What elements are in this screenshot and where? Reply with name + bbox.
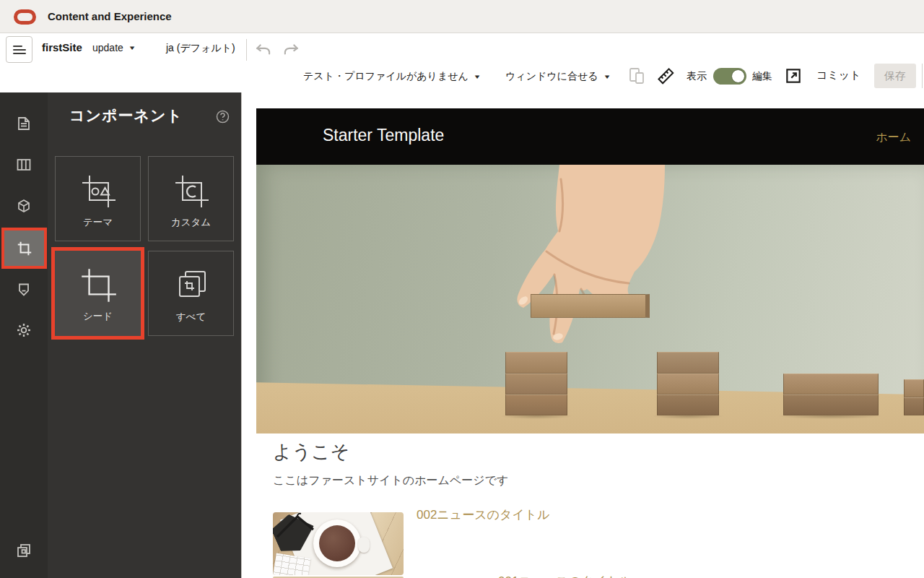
- hamburger-icon: [13, 45, 26, 55]
- tile-label: テーマ: [83, 216, 113, 229]
- edit-mode-toggle[interactable]: [713, 68, 746, 85]
- site-name: firstSite: [42, 41, 82, 53]
- sidebar-item-assets[interactable]: [0, 189, 48, 223]
- component-tile-seeded-selected[interactable]: シード: [51, 247, 144, 340]
- mug-handle-shape: [358, 537, 370, 553]
- sidebar-item-sections[interactable]: [0, 147, 48, 182]
- tile-label: すべて: [176, 311, 206, 324]
- view-toggle-label: 表示: [687, 70, 707, 83]
- component-tile-theme[interactable]: テーマ: [55, 156, 141, 241]
- undo-button[interactable]: [254, 40, 273, 59]
- sidebar-item-settings[interactable]: [0, 313, 48, 348]
- chevron-down-icon: ▼: [128, 45, 136, 51]
- wood-stack-1: [505, 352, 567, 415]
- component-tile-all[interactable]: すべて: [148, 251, 234, 336]
- divider: [246, 39, 247, 61]
- tile-label: カスタム: [171, 216, 211, 229]
- news-item-link[interactable]: 002ニュースのタイトル: [417, 506, 550, 523]
- device-preview-button[interactable]: [627, 66, 646, 85]
- devices-icon: [627, 66, 646, 85]
- assets-cube-icon: [15, 197, 32, 215]
- site-preview-title: Starter Template: [323, 126, 444, 145]
- coffee-mug-shape: [313, 519, 361, 567]
- switch-windows-icon: [14, 541, 33, 560]
- pages-icon: [15, 115, 32, 132]
- oracle-logo-icon: [14, 9, 36, 25]
- commit-button[interactable]: コミット: [816, 69, 860, 82]
- redo-button[interactable]: [282, 40, 300, 59]
- sidebar-item-pages[interactable]: [0, 106, 48, 141]
- all-components-icon: [171, 264, 212, 308]
- theme-tag-icon: [15, 281, 32, 298]
- ruler-icon: [656, 66, 675, 85]
- editor-sidebar: [0, 92, 48, 578]
- app-title: Content and Experience: [48, 0, 172, 33]
- test-profile-dropdown[interactable]: テスト・プロファイルがありません ▼: [303, 70, 480, 83]
- help-icon[interactable]: [216, 110, 230, 124]
- site-preview-header: Starter Template ホーム: [256, 108, 924, 165]
- edit-toggle-label: 編集: [752, 70, 772, 83]
- wood-stack-4: [904, 379, 924, 415]
- hanger-icon: [273, 512, 316, 541]
- chevron-down-icon: ▼: [603, 74, 611, 80]
- coffee-surface: [319, 525, 355, 561]
- custom-components-icon: [171, 170, 212, 213]
- news-item-link-partial[interactable]: 001ニュースのタイトル: [498, 573, 686, 578]
- side-menu-toggle-button[interactable]: [6, 36, 32, 63]
- fit-window-dropdown[interactable]: ウィンドウに合せる ▼: [505, 70, 610, 83]
- redo-icon: [282, 40, 300, 59]
- site-nav-home-link[interactable]: ホーム: [876, 130, 911, 145]
- layout-columns-icon: [15, 156, 32, 173]
- site-toolbar: firstSite update ▼ ja (デフォルト) テスト・プロファイル…: [0, 33, 924, 92]
- tile-label: シード: [83, 310, 113, 323]
- component-tile-custom[interactable]: カスタム: [148, 156, 234, 241]
- settings-gear-icon: [15, 322, 32, 339]
- welcome-heading: ようこそ: [273, 439, 349, 465]
- sidebar-item-switch-windows[interactable]: [0, 533, 48, 568]
- language-label: ja (デフォルト): [166, 42, 235, 55]
- app-top-bar: Content and Experience: [0, 0, 924, 33]
- save-button[interactable]: 保存: [874, 64, 916, 88]
- sidebar-item-theme[interactable]: [0, 272, 48, 307]
- panel-title: コンポーネント: [69, 105, 183, 126]
- chevron-down-icon: ▼: [473, 74, 481, 80]
- components-panel: コンポーネント テーマ カスタム シード すべて: [48, 92, 241, 578]
- welcome-subtitle: ここはファーストサイトのホームページです: [273, 473, 508, 488]
- toggle-knob: [731, 69, 745, 83]
- news-thumbnail-coffee[interactable]: [273, 512, 404, 575]
- ruler-guides-button[interactable]: [656, 66, 675, 85]
- open-in-new-window-button[interactable]: [784, 66, 803, 85]
- wood-stack-2: [657, 352, 719, 415]
- sidebar-item-components-selected[interactable]: [1, 228, 47, 269]
- held-wood-block: [531, 294, 650, 318]
- theme-components-icon: [78, 170, 118, 213]
- open-in-new-icon: [784, 66, 803, 85]
- hero-image-wood-blocks: [256, 165, 924, 434]
- wood-stack-3: [783, 374, 879, 415]
- seeded-components-icon: [77, 264, 119, 307]
- site-preview[interactable]: Starter Template ホーム: [256, 108, 924, 578]
- divider: [922, 64, 923, 88]
- undo-icon: [254, 40, 273, 59]
- update-dropdown[interactable]: update ▼: [92, 42, 135, 53]
- components-crop-icon: [15, 239, 34, 258]
- hero-hand: [437, 165, 697, 360]
